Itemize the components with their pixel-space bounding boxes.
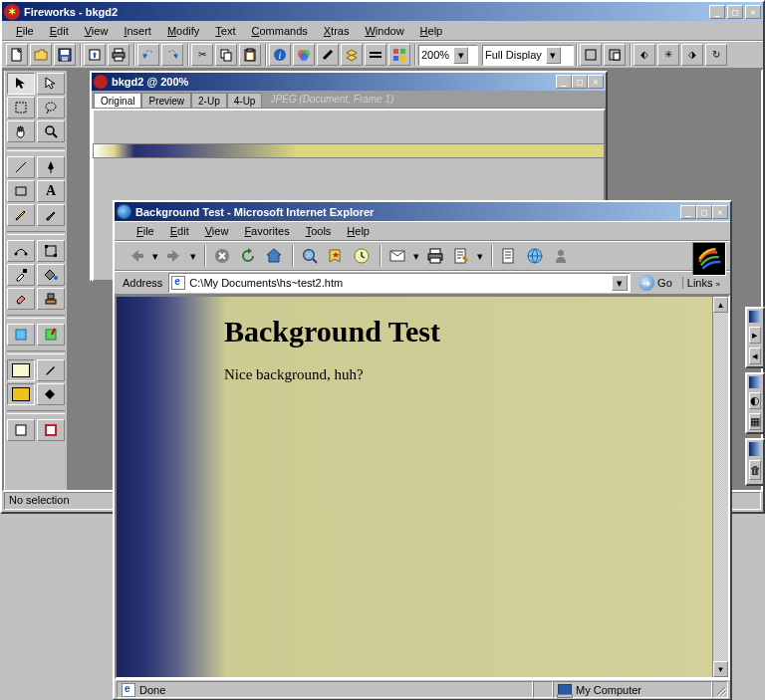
stroke-color-well[interactable] [7,359,35,381]
back-icon[interactable] [125,244,148,268]
panel-header[interactable] [749,311,761,323]
menu-insert[interactable]: Insert [116,24,159,38]
ie-minimize-button[interactable]: _ [680,205,696,219]
subselect-tool[interactable] [37,73,65,95]
redo-icon[interactable] [161,44,183,66]
align-right-icon[interactable]: ⬗ [681,44,703,66]
ie-maximize-button[interactable]: □ [696,205,712,219]
bucket-tool[interactable] [37,264,65,286]
menu-commands[interactable]: Commands [244,24,316,38]
view-normal-icon[interactable] [7,419,35,441]
scroll-up-icon[interactable]: ▲ [713,297,728,313]
ie-menu-edit[interactable]: Edit [162,224,197,238]
open-file-icon[interactable] [30,44,52,66]
view-preview-icon[interactable] [37,419,65,441]
styles-icon[interactable] [388,44,410,66]
chevron-down-icon[interactable]: ▾ [546,47,561,64]
line-tool[interactable] [7,156,35,178]
align-left-icon[interactable]: ⬖ [634,44,655,66]
pen-tool[interactable] [37,156,65,178]
tab-2up[interactable]: 2-Up [191,93,227,108]
hand-tool[interactable] [7,120,35,142]
document-titlebar[interactable]: bkgd2 @ 200% _ □ ✕ [92,73,606,91]
document-canvas[interactable] [94,144,604,157]
related-icon[interactable] [523,244,547,268]
hotspot-tool[interactable] [7,324,35,346]
menu-modify[interactable]: Modify [159,24,207,38]
menu-edit[interactable]: Edit [42,24,77,38]
tab-4up[interactable]: 4-Up [227,93,263,108]
marquee-tool[interactable] [7,97,35,118]
pointer-tool[interactable] [7,73,35,95]
undo-icon[interactable] [137,44,159,66]
panel-header[interactable] [749,376,761,388]
text-tool[interactable]: A [37,180,65,202]
panel-button[interactable]: ◂ [749,348,761,364]
chevron-down-icon[interactable]: ▾ [612,275,628,291]
stamp-tool[interactable] [37,288,65,310]
panel-button[interactable]: ▦ [749,413,761,430]
vertical-scrollbar[interactable]: ▲ ▼ [712,297,728,677]
history-icon[interactable] [350,244,374,268]
forward-dropdown-icon[interactable]: ▾ [188,244,198,268]
fireworks-titlebar[interactable]: ✶ Fireworks - bkgd2 _ □ ✕ [2,2,763,21]
panel-trash-icon[interactable]: 🗑 [749,460,761,480]
freeform-tool[interactable] [7,240,35,262]
hide-panels-icon[interactable] [580,44,602,66]
cut-icon[interactable]: ✂ [191,44,213,66]
mail-dropdown-icon[interactable]: ▾ [411,244,421,268]
ie-menu-view[interactable]: View [197,224,237,238]
lasso-tool[interactable] [37,97,65,118]
ie-close-button[interactable]: ✕ [712,205,728,219]
save-icon[interactable] [54,44,76,66]
forward-icon[interactable] [162,244,186,268]
align-center-icon[interactable]: ✳ [657,44,679,66]
print-icon[interactable] [108,44,129,66]
chevron-down-icon[interactable]: ▾ [453,47,468,64]
ie-menu-help[interactable]: Help [339,224,378,238]
fill-color-well[interactable] [7,383,35,405]
close-button[interactable]: ✕ [745,5,761,19]
eyedropper-tool[interactable] [7,264,35,286]
eraser-tool[interactable] [7,288,35,310]
zoom-tool[interactable] [37,120,65,142]
ie-menu-file[interactable]: File [128,224,162,238]
copy-icon[interactable] [215,44,237,66]
menu-xtras[interactable]: Xtras [316,24,358,38]
menu-text[interactable]: Text [207,24,243,38]
display-combo[interactable]: Full Display ▾ [482,45,574,66]
tab-original[interactable]: Original [94,93,141,108]
pencil-tool[interactable] [7,204,35,226]
messenger-icon[interactable] [549,244,573,268]
ie-menu-favorites[interactable]: Favorites [236,224,297,238]
panel-header[interactable] [749,442,761,456]
stroke-panel-icon[interactable] [317,44,339,66]
address-combo[interactable]: C:\My Documents\hs~test2.htm ▾ [168,273,631,293]
favorites-icon[interactable] [324,244,348,268]
print-icon[interactable] [423,244,447,268]
links-button[interactable]: Links » [682,277,724,289]
color-mixer-icon[interactable] [293,44,315,66]
back-dropdown-icon[interactable]: ▾ [150,244,160,268]
scroll-track[interactable] [713,313,728,661]
zoom-combo[interactable]: 200% ▾ [418,45,478,66]
doc-close-button[interactable]: ✕ [588,75,604,89]
slice-tool[interactable] [37,324,65,346]
edit-dropdown-icon[interactable]: ▾ [475,244,485,268]
page-body[interactable]: Background Test Nice background, huh? [117,297,712,677]
refresh-icon[interactable] [236,244,260,268]
scroll-down-icon[interactable]: ▼ [713,661,728,677]
mail-icon[interactable] [385,244,409,268]
stop-icon[interactable] [210,244,234,268]
maximize-button[interactable]: □ [727,5,743,19]
doc-minimize-button[interactable]: _ [556,75,572,89]
new-file-icon[interactable] [6,44,28,66]
rotate-icon[interactable]: ↻ [705,44,727,66]
menu-window[interactable]: Window [357,24,411,38]
menu-view[interactable]: View [77,24,117,38]
layers-icon[interactable] [341,44,363,66]
menu-file[interactable]: File [8,24,42,38]
menu-help[interactable]: Help [412,24,451,38]
stroke-pencil-icon[interactable] [37,359,65,381]
ie-titlebar[interactable]: Background Test - Microsoft Internet Exp… [115,202,730,221]
